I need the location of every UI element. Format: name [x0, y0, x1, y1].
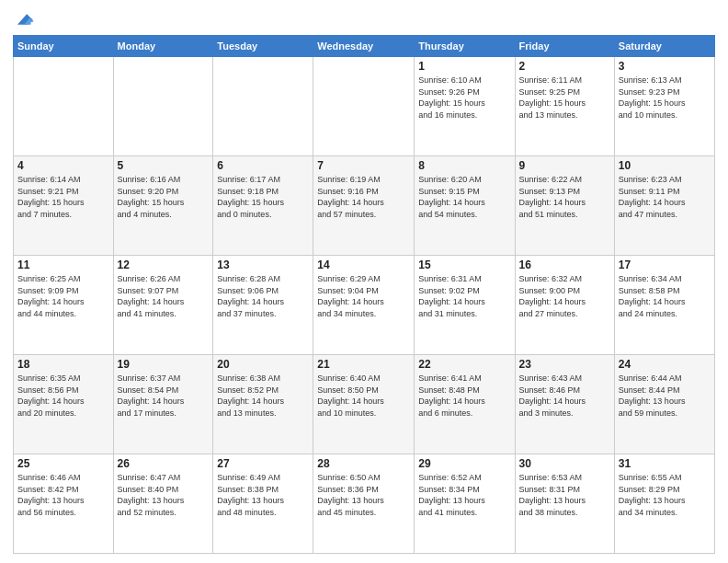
- logo-icon: [15, 9, 35, 29]
- day-info: Sunrise: 6:25 AM Sunset: 9:09 PM Dayligh…: [17, 273, 109, 319]
- day-number: 3: [619, 60, 711, 73]
- day-info: Sunrise: 6:35 AM Sunset: 8:56 PM Dayligh…: [17, 373, 109, 419]
- day-number: 20: [217, 358, 309, 371]
- calendar-cell: [113, 57, 213, 156]
- day-info: Sunrise: 6:41 AM Sunset: 8:48 PM Dayligh…: [418, 373, 510, 419]
- day-info: Sunrise: 6:46 AM Sunset: 8:42 PM Dayligh…: [17, 472, 109, 518]
- day-number: 5: [118, 159, 210, 172]
- calendar-cell: 28Sunrise: 6:50 AM Sunset: 8:36 PM Dayli…: [313, 454, 415, 554]
- day-info: Sunrise: 6:16 AM Sunset: 9:20 PM Dayligh…: [118, 174, 210, 220]
- day-info: Sunrise: 6:52 AM Sunset: 8:34 PM Dayligh…: [418, 472, 510, 518]
- day-number: 22: [418, 358, 510, 371]
- day-info: Sunrise: 6:40 AM Sunset: 8:50 PM Dayligh…: [317, 373, 410, 419]
- day-number: 8: [418, 159, 510, 172]
- day-info: Sunrise: 6:14 AM Sunset: 9:21 PM Dayligh…: [17, 174, 109, 220]
- calendar-cell: [313, 57, 415, 156]
- calendar-cell: 5Sunrise: 6:16 AM Sunset: 9:20 PM Daylig…: [113, 156, 213, 256]
- day-number: 27: [217, 457, 309, 470]
- calendar-cell: 3Sunrise: 6:13 AM Sunset: 9:23 PM Daylig…: [614, 57, 714, 156]
- day-number: 29: [418, 457, 510, 470]
- calendar-cell: [14, 57, 114, 156]
- day-info: Sunrise: 6:55 AM Sunset: 8:29 PM Dayligh…: [619, 472, 711, 518]
- calendar-cell: 14Sunrise: 6:29 AM Sunset: 9:04 PM Dayli…: [313, 256, 415, 355]
- day-number: 6: [217, 159, 309, 172]
- day-number: 31: [619, 457, 711, 470]
- calendar-cell: 18Sunrise: 6:35 AM Sunset: 8:56 PM Dayli…: [14, 355, 114, 454]
- day-number: 24: [619, 358, 711, 371]
- day-number: 14: [317, 259, 410, 271]
- weekday-header-tuesday: Tuesday: [213, 36, 313, 57]
- calendar-week-3: 18Sunrise: 6:35 AM Sunset: 8:56 PM Dayli…: [14, 355, 715, 454]
- day-number: 16: [519, 259, 610, 271]
- day-number: 21: [317, 358, 410, 371]
- calendar-cell: 4Sunrise: 6:14 AM Sunset: 9:21 PM Daylig…: [14, 156, 114, 256]
- day-info: Sunrise: 6:34 AM Sunset: 8:58 PM Dayligh…: [619, 273, 711, 319]
- logo: [13, 13, 35, 29]
- calendar-week-1: 4Sunrise: 6:14 AM Sunset: 9:21 PM Daylig…: [14, 156, 715, 256]
- day-info: Sunrise: 6:20 AM Sunset: 9:15 PM Dayligh…: [418, 174, 510, 220]
- day-info: Sunrise: 6:49 AM Sunset: 8:38 PM Dayligh…: [217, 472, 309, 518]
- calendar-cell: 23Sunrise: 6:43 AM Sunset: 8:46 PM Dayli…: [515, 355, 614, 454]
- day-number: 30: [519, 457, 610, 470]
- calendar-cell: 13Sunrise: 6:28 AM Sunset: 9:06 PM Dayli…: [213, 256, 313, 355]
- calendar-cell: 12Sunrise: 6:26 AM Sunset: 9:07 PM Dayli…: [113, 256, 213, 355]
- weekday-header-monday: Monday: [113, 36, 213, 57]
- calendar-cell: 29Sunrise: 6:52 AM Sunset: 8:34 PM Dayli…: [415, 454, 515, 554]
- day-number: 11: [17, 259, 109, 271]
- day-info: Sunrise: 6:47 AM Sunset: 8:40 PM Dayligh…: [118, 472, 210, 518]
- day-info: Sunrise: 6:11 AM Sunset: 9:25 PM Dayligh…: [519, 75, 610, 121]
- calendar-cell: 24Sunrise: 6:44 AM Sunset: 8:44 PM Dayli…: [614, 355, 714, 454]
- calendar-cell: 20Sunrise: 6:38 AM Sunset: 8:52 PM Dayli…: [213, 355, 313, 454]
- day-info: Sunrise: 6:53 AM Sunset: 8:31 PM Dayligh…: [519, 472, 610, 518]
- day-info: Sunrise: 6:23 AM Sunset: 9:11 PM Dayligh…: [619, 174, 711, 220]
- weekday-header-saturday: Saturday: [614, 36, 714, 57]
- day-number: 2: [519, 60, 610, 73]
- day-info: Sunrise: 6:37 AM Sunset: 8:54 PM Dayligh…: [118, 373, 210, 419]
- weekday-header-friday: Friday: [515, 36, 614, 57]
- calendar-cell: 2Sunrise: 6:11 AM Sunset: 9:25 PM Daylig…: [515, 57, 614, 156]
- calendar-cell: 10Sunrise: 6:23 AM Sunset: 9:11 PM Dayli…: [614, 156, 714, 256]
- calendar-cell: 6Sunrise: 6:17 AM Sunset: 9:18 PM Daylig…: [213, 156, 313, 256]
- calendar-cell: 1Sunrise: 6:10 AM Sunset: 9:26 PM Daylig…: [415, 57, 515, 156]
- day-number: 17: [619, 259, 711, 271]
- calendar-week-0: 1Sunrise: 6:10 AM Sunset: 9:26 PM Daylig…: [14, 57, 715, 156]
- day-info: Sunrise: 6:31 AM Sunset: 9:02 PM Dayligh…: [418, 273, 510, 319]
- calendar-cell: 21Sunrise: 6:40 AM Sunset: 8:50 PM Dayli…: [313, 355, 415, 454]
- day-number: 28: [317, 457, 410, 470]
- calendar-week-2: 11Sunrise: 6:25 AM Sunset: 9:09 PM Dayli…: [14, 256, 715, 355]
- day-info: Sunrise: 6:50 AM Sunset: 8:36 PM Dayligh…: [317, 472, 410, 518]
- day-number: 15: [418, 259, 510, 271]
- day-info: Sunrise: 6:38 AM Sunset: 8:52 PM Dayligh…: [217, 373, 309, 419]
- calendar-cell: 16Sunrise: 6:32 AM Sunset: 9:00 PM Dayli…: [515, 256, 614, 355]
- day-number: 18: [17, 358, 109, 371]
- weekday-header-sunday: Sunday: [14, 36, 114, 57]
- day-info: Sunrise: 6:43 AM Sunset: 8:46 PM Dayligh…: [519, 373, 610, 419]
- day-number: 13: [217, 259, 309, 271]
- day-number: 1: [418, 60, 510, 73]
- calendar-cell: [213, 57, 313, 156]
- calendar-cell: 7Sunrise: 6:19 AM Sunset: 9:16 PM Daylig…: [313, 156, 415, 256]
- calendar-week-4: 25Sunrise: 6:46 AM Sunset: 8:42 PM Dayli…: [14, 454, 715, 554]
- calendar-cell: 9Sunrise: 6:22 AM Sunset: 9:13 PM Daylig…: [515, 156, 614, 256]
- day-info: Sunrise: 6:13 AM Sunset: 9:23 PM Dayligh…: [619, 75, 711, 121]
- calendar-cell: 26Sunrise: 6:47 AM Sunset: 8:40 PM Dayli…: [113, 454, 213, 554]
- day-info: Sunrise: 6:28 AM Sunset: 9:06 PM Dayligh…: [217, 273, 309, 319]
- day-info: Sunrise: 6:22 AM Sunset: 9:13 PM Dayligh…: [519, 174, 610, 220]
- calendar-cell: 11Sunrise: 6:25 AM Sunset: 9:09 PM Dayli…: [14, 256, 114, 355]
- weekday-header-row: SundayMondayTuesdayWednesdayThursdayFrid…: [14, 36, 715, 57]
- header: [13, 9, 715, 29]
- page: SundayMondayTuesdayWednesdayThursdayFrid…: [0, 0, 728, 563]
- day-number: 7: [317, 159, 410, 172]
- day-info: Sunrise: 6:10 AM Sunset: 9:26 PM Dayligh…: [418, 75, 510, 121]
- calendar-cell: 17Sunrise: 6:34 AM Sunset: 8:58 PM Dayli…: [614, 256, 714, 355]
- calendar-cell: 22Sunrise: 6:41 AM Sunset: 8:48 PM Dayli…: [415, 355, 515, 454]
- calendar-cell: 8Sunrise: 6:20 AM Sunset: 9:15 PM Daylig…: [415, 156, 515, 256]
- calendar-cell: 15Sunrise: 6:31 AM Sunset: 9:02 PM Dayli…: [415, 256, 515, 355]
- day-info: Sunrise: 6:29 AM Sunset: 9:04 PM Dayligh…: [317, 273, 410, 319]
- calendar-cell: 27Sunrise: 6:49 AM Sunset: 8:38 PM Dayli…: [213, 454, 313, 554]
- weekday-header-wednesday: Wednesday: [313, 36, 415, 57]
- day-info: Sunrise: 6:44 AM Sunset: 8:44 PM Dayligh…: [619, 373, 711, 419]
- day-number: 19: [118, 358, 210, 371]
- day-number: 9: [519, 159, 610, 172]
- calendar-cell: 31Sunrise: 6:55 AM Sunset: 8:29 PM Dayli…: [614, 454, 714, 554]
